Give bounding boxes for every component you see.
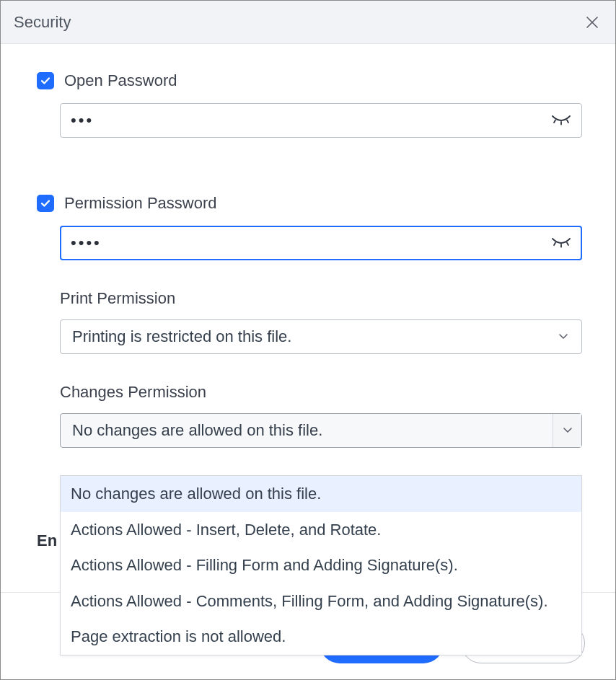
dropdown-option[interactable]: Page extraction is not allowed. [61,619,581,655]
open-password-visibility-toggle[interactable] [551,110,571,131]
close-button[interactable] [582,12,602,32]
permission-password-visibility-toggle[interactable] [551,233,571,253]
changes-permission-dropdown: No changes are allowed on this file. Act… [60,475,582,655]
check-icon [40,198,51,209]
permission-password-row: Permission Password [37,194,582,213]
chevron-down-icon [557,330,570,343]
chevron-down-icon [553,414,581,447]
eye-closed-icon [552,237,571,249]
close-icon [585,15,599,30]
print-permission-value: Printing is restricted on this file. [72,327,557,346]
dropdown-option[interactable]: Actions Allowed - Filling Form and Addin… [61,547,581,583]
permission-password-checkbox[interactable] [37,195,54,212]
dropdown-option[interactable]: Actions Allowed - Insert, Delete, and Ro… [61,512,581,548]
open-password-label: Open Password [64,71,177,90]
print-permission-label: Print Permission [60,289,582,308]
open-password-input[interactable]: ••• [60,103,582,138]
changes-permission-label: Changes Permission [60,383,582,402]
open-password-row: Open Password [37,71,582,90]
open-password-value: ••• [71,111,551,130]
dialog-title: Security [14,13,71,32]
dropdown-option[interactable]: No changes are allowed on this file. [61,476,581,512]
eye-closed-icon [552,115,571,126]
permission-password-label: Permission Password [64,194,217,213]
open-password-checkbox[interactable] [37,72,54,89]
dropdown-option[interactable]: Actions Allowed - Comments, Filling Form… [61,583,581,619]
svg-line-5 [567,243,568,246]
title-bar: Security [1,1,615,44]
changes-permission-value: No changes are allowed on this file. [72,421,553,440]
changes-permission-select[interactable]: No changes are allowed on this file. [60,413,582,448]
encryption-label: En [37,531,57,550]
svg-line-3 [554,243,555,246]
svg-line-0 [554,120,555,123]
check-icon [40,75,51,87]
print-permission-select[interactable]: Printing is restricted on this file. [60,319,582,354]
security-dialog: Security Open Password ••• [0,0,616,680]
permission-password-input[interactable]: •••• [60,226,582,260]
permission-password-value: •••• [71,234,551,252]
svg-line-2 [567,120,568,123]
dialog-content: Open Password ••• Permission Password [1,44,615,679]
